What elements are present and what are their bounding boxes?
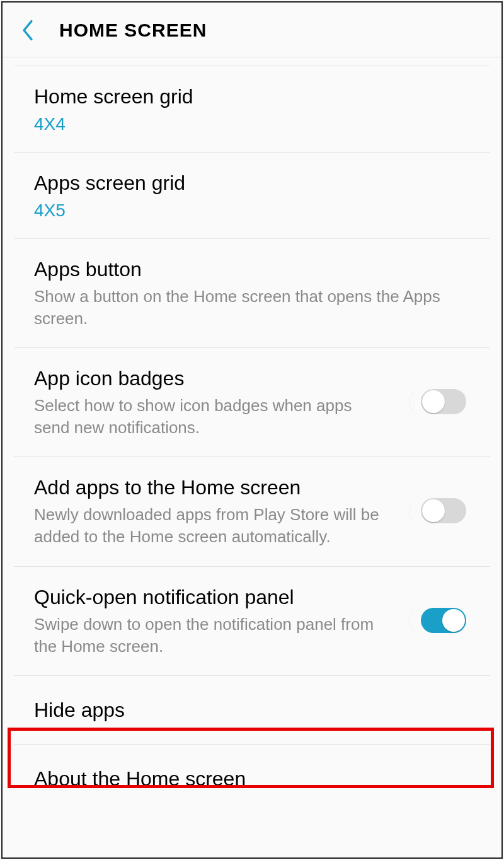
toggle-quick-open-notif[interactable] bbox=[409, 608, 470, 634]
back-icon[interactable] bbox=[15, 18, 40, 43]
row-quick-open-notif[interactable]: Quick-open notification panel Swipe down… bbox=[14, 567, 490, 676]
row-desc: Select how to show icon badges when apps… bbox=[34, 395, 390, 439]
row-title: Add apps to the Home screen bbox=[34, 475, 390, 500]
header-bar: HOME SCREEN bbox=[3, 3, 501, 57]
row-title: Apps screen grid bbox=[34, 170, 457, 195]
page-title: HOME SCREEN bbox=[59, 20, 207, 41]
toggle-app-icon-badges[interactable] bbox=[409, 389, 470, 415]
row-title: About the Home screen bbox=[34, 766, 457, 791]
row-title: Apps button bbox=[34, 257, 457, 282]
toggle-knob bbox=[422, 499, 445, 522]
settings-list: Home screen grid 4X4 Apps screen grid 4X… bbox=[3, 66, 501, 813]
toggle-track bbox=[421, 608, 466, 633]
settings-screen: HOME SCREEN Home screen grid 4X4 Apps sc… bbox=[1, 1, 503, 859]
row-desc: Show a button on the Home screen that op… bbox=[34, 286, 457, 330]
toggle-track bbox=[421, 389, 466, 414]
row-title: Home screen grid bbox=[34, 84, 457, 109]
chevron-left-icon bbox=[21, 20, 35, 41]
row-content: Quick-open notification panel Swipe down… bbox=[34, 584, 403, 658]
row-content: About the Home screen bbox=[34, 766, 470, 791]
divider bbox=[14, 57, 490, 66]
row-home-screen-grid[interactable]: Home screen grid 4X4 bbox=[14, 66, 490, 153]
row-title: Hide apps bbox=[34, 697, 457, 723]
row-content: Apps button Show a button on the Home sc… bbox=[34, 257, 470, 330]
row-content: App icon badges Select how to show icon … bbox=[34, 366, 403, 439]
row-content: Home screen grid 4X4 bbox=[34, 84, 470, 134]
row-hide-apps[interactable]: Hide apps bbox=[14, 676, 490, 745]
row-desc: Swipe down to open the notification pane… bbox=[34, 613, 390, 658]
row-desc: Newly downloaded apps from Play Store wi… bbox=[34, 504, 390, 548]
row-title: Quick-open notification panel bbox=[34, 584, 390, 610]
row-app-icon-badges[interactable]: App icon badges Select how to show icon … bbox=[14, 348, 490, 457]
row-add-apps-home[interactable]: Add apps to the Home screen Newly downlo… bbox=[14, 457, 490, 566]
row-content: Apps screen grid 4X5 bbox=[34, 170, 470, 221]
row-value: 4X5 bbox=[34, 200, 457, 221]
row-value: 4X4 bbox=[34, 114, 457, 134]
toggle-knob bbox=[442, 609, 465, 632]
toggle-add-apps-home[interactable] bbox=[409, 498, 470, 525]
row-title: App icon badges bbox=[34, 366, 390, 391]
row-content: Add apps to the Home screen Newly downlo… bbox=[34, 475, 403, 548]
row-content: Hide apps bbox=[34, 697, 470, 723]
toggle-track bbox=[421, 498, 466, 523]
row-apps-screen-grid[interactable]: Apps screen grid 4X5 bbox=[14, 153, 490, 239]
row-apps-button[interactable]: Apps button Show a button on the Home sc… bbox=[14, 239, 490, 348]
row-about-home-screen[interactable]: About the Home screen bbox=[14, 745, 490, 813]
toggle-knob bbox=[422, 390, 445, 413]
